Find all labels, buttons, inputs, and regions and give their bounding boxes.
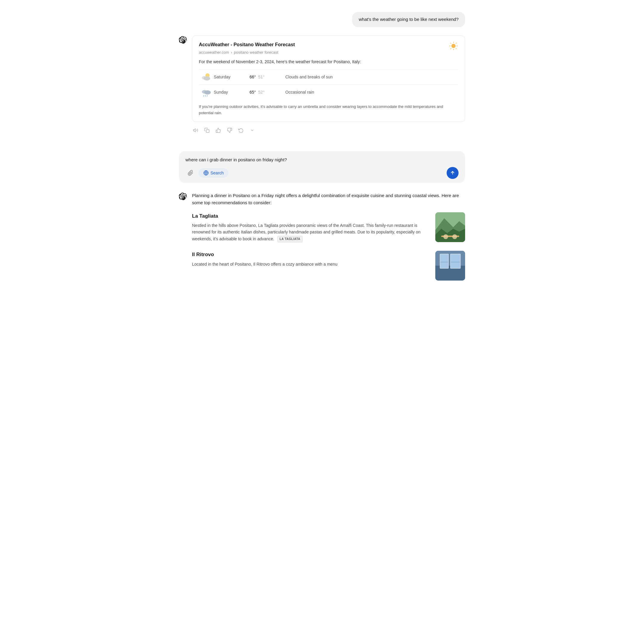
input-area[interactable]: where can i grab dinner in positano on f… bbox=[179, 151, 465, 183]
thumbs-up-icon[interactable] bbox=[215, 127, 222, 134]
send-button[interactable] bbox=[447, 167, 459, 179]
sun-icon bbox=[449, 41, 458, 51]
sunday-icon bbox=[199, 88, 214, 97]
svg-line-8 bbox=[451, 48, 451, 49]
input-toolbar: Search bbox=[185, 167, 459, 179]
sunday-high: 65° bbox=[250, 90, 256, 95]
restaurant-desc-1: Nestled in the hills above Positano, La … bbox=[192, 222, 429, 242]
svg-rect-33 bbox=[451, 254, 460, 268]
assistant-content-2: Planning a dinner in Positano on a Frida… bbox=[192, 192, 465, 289]
source-card: AccuWeather - Positano Weather Forecast … bbox=[192, 35, 465, 122]
attach-button[interactable] bbox=[185, 168, 196, 178]
restaurant-card-il-ritrovo: Il Ritrovo Located in the heart of Posit… bbox=[192, 251, 465, 281]
sunday-day: Sunday bbox=[214, 89, 250, 95]
saturday-desc: Clouds and breaks of sun bbox=[285, 74, 458, 80]
restaurant-name-2: Il Ritrovo bbox=[192, 251, 429, 258]
openai-avatar-1 bbox=[179, 36, 187, 44]
saturday-day: Saturday bbox=[214, 74, 250, 80]
svg-line-15 bbox=[205, 95, 206, 97]
saturday-icon bbox=[199, 72, 214, 81]
svg-line-5 bbox=[451, 43, 451, 44]
user-text-1: what's the weather going to be like next… bbox=[359, 17, 459, 22]
chevron-down-icon[interactable] bbox=[249, 127, 256, 134]
breadcrumb-page[interactable]: positano weather forecast bbox=[234, 49, 278, 55]
source-title: AccuWeather - Positano Weather Forecast bbox=[199, 41, 458, 48]
svg-marker-17 bbox=[193, 129, 196, 132]
sunday-low: 52° bbox=[258, 90, 264, 95]
svg-point-0 bbox=[451, 44, 456, 48]
assistant-content-1: AccuWeather - Positano Weather Forecast … bbox=[192, 35, 465, 134]
restaurant-info-1: La Tagliata Nestled in the hills above P… bbox=[192, 212, 429, 243]
search-button[interactable]: Search bbox=[199, 168, 228, 178]
restaurant-name-1: La Tagliata bbox=[192, 212, 429, 220]
svg-line-14 bbox=[203, 95, 204, 97]
input-text[interactable]: where can i grab dinner in positano on f… bbox=[185, 157, 459, 163]
refresh-icon[interactable] bbox=[237, 127, 244, 134]
input-left: Search bbox=[185, 168, 228, 178]
response-2-intro: Planning a dinner in Positano on a Frida… bbox=[192, 192, 465, 206]
breadcrumb-domain[interactable]: accuweather.com bbox=[199, 49, 229, 55]
search-label: Search bbox=[210, 171, 224, 175]
action-row bbox=[192, 127, 465, 134]
svg-point-27 bbox=[452, 234, 457, 239]
source-footer: If you're planning outdoor activities, i… bbox=[199, 104, 458, 116]
svg-rect-18 bbox=[206, 129, 209, 132]
thumbs-down-icon[interactable] bbox=[226, 127, 233, 134]
restaurant-desc-2: Located in the heart of Positano, Il Rit… bbox=[192, 261, 429, 267]
svg-line-6 bbox=[456, 48, 457, 49]
assistant-message-1: AccuWeather - Positano Weather Forecast … bbox=[179, 35, 465, 134]
copy-icon[interactable] bbox=[203, 127, 210, 134]
sunday-temps: 65° 52° bbox=[250, 89, 285, 95]
svg-line-16 bbox=[207, 95, 208, 97]
weather-row-sunday: Sunday 65° 52° Occasional rain bbox=[199, 84, 458, 100]
restaurant-header-1: La Tagliata Nestled in the hills above P… bbox=[192, 212, 465, 243]
restaurant-image-2 bbox=[435, 251, 465, 281]
svg-line-7 bbox=[456, 43, 457, 44]
restaurant-image-1 bbox=[435, 212, 465, 242]
saturday-temps: 66° 51° bbox=[250, 74, 285, 80]
restaurant-header-2: Il Ritrovo Located in the heart of Posit… bbox=[192, 251, 465, 281]
openai-avatar-2 bbox=[179, 193, 187, 201]
sunday-desc: Occasional rain bbox=[285, 89, 458, 95]
source-intro: For the weekend of November 2-3, 2024, h… bbox=[199, 59, 458, 65]
user-message-1: what's the weather going to be like next… bbox=[179, 12, 465, 27]
restaurant-card-la-tagliata: La Tagliata Nestled in the hills above P… bbox=[192, 212, 465, 243]
weather-row-saturday: Saturday 66° 51° Clouds and breaks of su… bbox=[199, 69, 458, 84]
assistant-message-2: Planning a dinner in Positano on a Frida… bbox=[179, 192, 465, 289]
saturday-high: 66° bbox=[250, 75, 256, 79]
speaker-icon[interactable] bbox=[192, 127, 199, 134]
svg-rect-32 bbox=[440, 254, 448, 268]
chat-container: what's the weather going to be like next… bbox=[179, 12, 465, 297]
svg-point-13 bbox=[204, 90, 211, 95]
restaurant-tag-1: LA TAGLIATA bbox=[277, 236, 303, 242]
svg-point-26 bbox=[443, 234, 448, 239]
user-bubble-1: what's the weather going to be like next… bbox=[352, 12, 465, 27]
restaurant-info-2: Il Ritrovo Located in the heart of Posit… bbox=[192, 251, 429, 267]
source-breadcrumb[interactable]: accuweather.com › positano weather forec… bbox=[199, 49, 458, 55]
breadcrumb-arrow: › bbox=[231, 49, 232, 55]
globe-icon bbox=[203, 170, 209, 176]
svg-point-11 bbox=[204, 76, 210, 81]
saturday-low: 51° bbox=[258, 75, 264, 79]
